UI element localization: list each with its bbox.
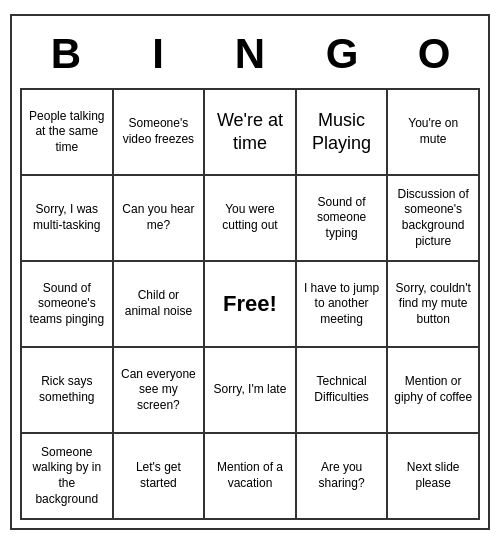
bingo-cell-12[interactable]: Free! xyxy=(205,262,297,348)
bingo-cell-11[interactable]: Child or animal noise xyxy=(114,262,206,348)
letter-i: I xyxy=(115,30,201,78)
bingo-cell-10[interactable]: Sound of someone's teams pinging xyxy=(22,262,114,348)
bingo-cell-1[interactable]: Someone's video freezes xyxy=(114,90,206,176)
bingo-cell-16[interactable]: Can everyone see my screen? xyxy=(114,348,206,434)
bingo-cell-4[interactable]: You're on mute xyxy=(388,90,480,176)
bingo-grid: People talking at the same timeSomeone's… xyxy=(20,88,480,520)
bingo-cell-0[interactable]: People talking at the same time xyxy=(22,90,114,176)
bingo-cell-24[interactable]: Next slide please xyxy=(388,434,480,520)
bingo-cell-3[interactable]: Music Playing xyxy=(297,90,389,176)
letter-b: B xyxy=(23,30,109,78)
bingo-cell-6[interactable]: Can you hear me? xyxy=(114,176,206,262)
bingo-cell-20[interactable]: Someone walking by in the background xyxy=(22,434,114,520)
bingo-cell-18[interactable]: Technical Difficulties xyxy=(297,348,389,434)
letter-o: O xyxy=(391,30,477,78)
bingo-cell-14[interactable]: Sorry, couldn't find my mute button xyxy=(388,262,480,348)
letter-n: N xyxy=(207,30,293,78)
bingo-cell-15[interactable]: Rick says something xyxy=(22,348,114,434)
bingo-cell-5[interactable]: Sorry, I was multi-tasking xyxy=(22,176,114,262)
bingo-header: B I N G O xyxy=(20,24,480,88)
bingo-cell-13[interactable]: I have to jump to another meeting xyxy=(297,262,389,348)
bingo-cell-19[interactable]: Mention or giphy of coffee xyxy=(388,348,480,434)
bingo-cell-7[interactable]: You were cutting out xyxy=(205,176,297,262)
bingo-cell-17[interactable]: Sorry, I'm late xyxy=(205,348,297,434)
bingo-cell-22[interactable]: Mention of a vacation xyxy=(205,434,297,520)
bingo-cell-2[interactable]: We're at time xyxy=(205,90,297,176)
bingo-cell-9[interactable]: Discussion of someone's background pictu… xyxy=(388,176,480,262)
bingo-cell-8[interactable]: Sound of someone typing xyxy=(297,176,389,262)
bingo-card: B I N G O People talking at the same tim… xyxy=(10,14,490,530)
bingo-cell-21[interactable]: Let's get started xyxy=(114,434,206,520)
letter-g: G xyxy=(299,30,385,78)
bingo-cell-23[interactable]: Are you sharing? xyxy=(297,434,389,520)
